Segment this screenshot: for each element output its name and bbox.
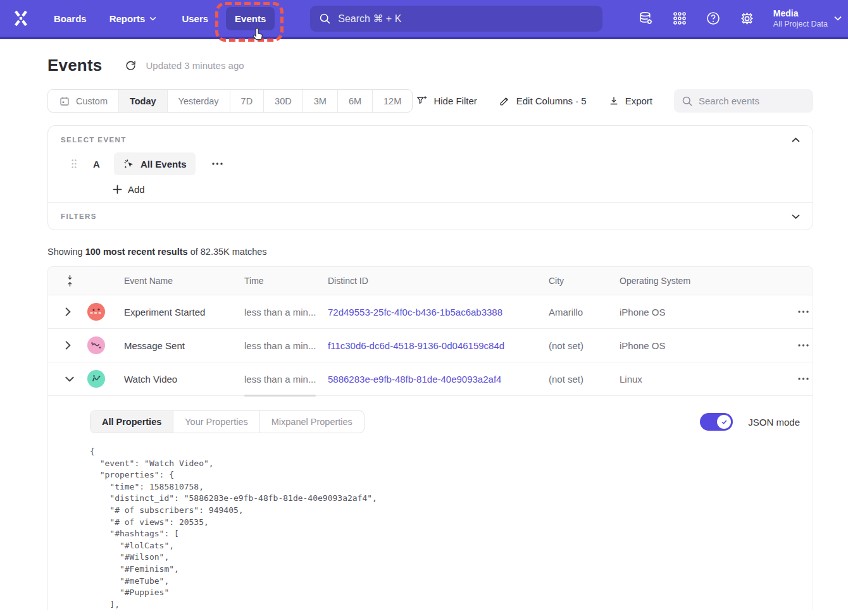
search-events-input[interactable]: Search events: [674, 89, 813, 113]
nav-item-boards[interactable]: Boards: [54, 13, 87, 24]
all-events-selector[interactable]: All Events: [114, 152, 196, 175]
row-expand-chevron-icon[interactable]: [65, 307, 87, 316]
properties-tabs: All Properties Your Properties Mixpanel …: [90, 410, 365, 433]
apps-grid-icon[interactable]: [672, 11, 687, 26]
col-header-os[interactable]: Operating System: [620, 276, 751, 286]
col-header-event-name[interactable]: Event Name: [124, 276, 244, 286]
collapse-all-icon[interactable]: [65, 274, 87, 287]
nav-item-reports-label: Reports: [109, 13, 146, 24]
row-more-menu[interactable]: [798, 378, 813, 380]
drag-handle-icon[interactable]: [71, 159, 77, 169]
cell-distinct-id-link[interactable]: 5886283e-e9fb-48fb-81de-40e9093a2af4: [328, 374, 549, 385]
date-range-custom[interactable]: Custom: [48, 90, 118, 112]
cell-time: less than a min...: [244, 307, 328, 317]
page-title: Events: [47, 56, 102, 75]
date-range-6m[interactable]: 6M: [337, 90, 372, 112]
row-expand-chevron-icon[interactable]: [65, 341, 87, 350]
json-mode-label: JSON mode: [748, 417, 800, 428]
page-header: Events Updated 3 minutes ago: [47, 56, 813, 75]
hide-filter-button[interactable]: Hide Filter: [416, 95, 477, 107]
filter-icon: [416, 95, 428, 107]
event-more-menu[interactable]: [212, 163, 223, 165]
select-event-section: SELECT EVENT A: [48, 126, 813, 202]
cell-city: (not set): [549, 340, 620, 351]
horizontal-scrollbar[interactable]: [244, 395, 316, 397]
cell-distinct-id-link[interactable]: 72d49553-25fc-4f0c-b436-1b5ac6ab3388: [328, 307, 549, 317]
date-range-30d[interactable]: 30D: [263, 90, 302, 112]
filters-section[interactable]: FILTERS: [48, 202, 813, 230]
date-range-7d[interactable]: 7D: [230, 90, 264, 112]
help-icon[interactable]: [706, 11, 721, 26]
search-icon: [319, 13, 331, 25]
search-icon: [682, 95, 693, 107]
col-header-time[interactable]: Time: [244, 276, 328, 286]
event-avatar: [87, 336, 105, 354]
results-count: 100 most recent results: [85, 247, 188, 257]
cell-city: Amarillo: [549, 307, 620, 317]
check-icon: [720, 418, 728, 426]
toolbar-actions: Hide Filter Edit Columns · 5 Export: [416, 89, 813, 113]
table-row[interactable]: Experiment Started less than a min... 72…: [48, 295, 813, 329]
json-mode-toggle[interactable]: [700, 413, 733, 431]
main-content: Events Updated 3 minutes ago Custom Toda…: [47, 56, 813, 610]
table-row-expanded[interactable]: Watch Video less than a min... 5886283e-…: [48, 362, 813, 396]
results-prefix: Showing: [47, 247, 83, 257]
chevron-down-icon: [792, 214, 800, 219]
row-more-menu[interactable]: [798, 311, 813, 313]
add-event-button[interactable]: Add: [113, 184, 157, 195]
date-range-3m[interactable]: 3M: [302, 90, 337, 112]
mixpanel-logo[interactable]: [11, 9, 31, 28]
events-table: Event Name Time Distinct ID City Operati…: [47, 266, 813, 610]
updated-timestamp: Updated 3 minutes ago: [146, 60, 244, 71]
data-management-icon[interactable]: [638, 11, 654, 27]
select-event-label: SELECT EVENT: [61, 136, 127, 144]
results-suffix: of 82.35K matches: [190, 247, 267, 257]
col-header-city[interactable]: City: [549, 276, 620, 286]
event-row-letter: A: [93, 159, 102, 169]
search-events-placeholder: Search events: [699, 95, 759, 106]
chevron-up-icon[interactable]: [792, 137, 800, 143]
nav-item-reports[interactable]: Reports: [109, 13, 157, 24]
date-range-12m[interactable]: 12M: [372, 90, 412, 112]
cell-distinct-id-link[interactable]: f11c30d6-dc6d-4518-9136-0d046159c84d: [328, 340, 549, 351]
tab-all-properties[interactable]: All Properties: [90, 411, 173, 433]
table-row[interactable]: Message Sent less than a min... f11c30d6…: [48, 329, 813, 362]
global-search-placeholder: Search ⌘ + K: [338, 13, 401, 25]
cell-os: iPhone OS: [620, 340, 751, 351]
project-scope: All Project Data: [773, 19, 828, 29]
cell-os: iPhone OS: [620, 307, 751, 317]
row-more-menu[interactable]: [798, 344, 813, 347]
mixpanel-logo-icon: [11, 9, 31, 28]
calendar-icon: [59, 95, 70, 107]
project-selector[interactable]: Media All Project Data: [773, 8, 842, 29]
cell-time: less than a min...: [244, 340, 328, 351]
json-mode-control: JSON mode: [700, 413, 800, 431]
date-range-yesterday[interactable]: Yesterday: [167, 90, 230, 112]
tab-your-properties[interactable]: Your Properties: [173, 411, 259, 433]
project-name: Media: [773, 8, 828, 19]
edit-columns-button[interactable]: Edit Columns · 5: [499, 95, 587, 107]
hand-cursor-icon: [251, 27, 266, 42]
export-button[interactable]: Export: [608, 95, 652, 107]
click-cursor-icon: [123, 158, 135, 170]
date-range-control: Custom Today Yesterday 7D 30D 3M 6M 12M: [47, 89, 413, 113]
table-header-row: Event Name Time Distinct ID City Operati…: [48, 267, 813, 295]
refresh-button[interactable]: [125, 59, 137, 71]
top-navbar: Boards Reports Users Events Search ⌘ +: [0, 0, 848, 39]
date-range-today[interactable]: Today: [118, 90, 167, 112]
nav-item-events[interactable]: Events: [226, 7, 275, 30]
all-events-label: All Events: [140, 159, 187, 169]
toolbar: Custom Today Yesterday 7D 30D 3M 6M 12M …: [47, 89, 813, 113]
col-header-distinct-id[interactable]: Distinct ID: [328, 276, 549, 286]
chevron-down-icon: [834, 16, 842, 21]
event-avatar: [87, 303, 105, 321]
event-row: A All Events: [61, 152, 800, 175]
add-event-label: Add: [128, 184, 145, 195]
row-collapse-chevron-icon[interactable]: [65, 376, 87, 382]
cell-event-name: Watch Video: [124, 374, 244, 385]
ellipsis-icon: [212, 163, 223, 165]
global-search-input[interactable]: Search ⌘ + K: [310, 6, 602, 32]
settings-gear-icon[interactable]: [739, 11, 755, 27]
nav-item-users[interactable]: Users: [182, 13, 208, 24]
tab-mixpanel-properties[interactable]: Mixpanel Properties: [259, 411, 364, 433]
